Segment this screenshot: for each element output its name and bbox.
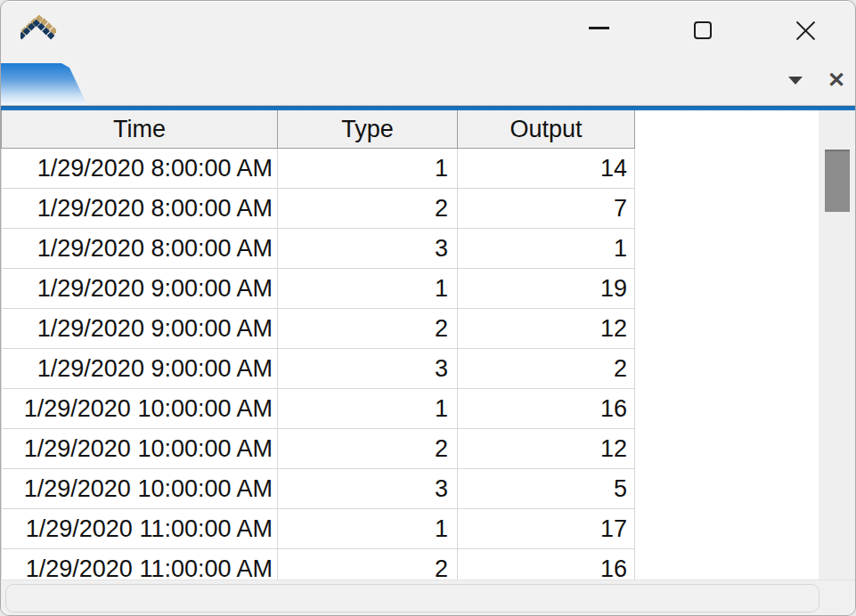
cell-time: 1/29/2020 10:00:00 AM — [2, 469, 278, 508]
cell-type: 3 — [278, 469, 458, 508]
grid-header-row: Time Type Output — [1, 110, 635, 149]
grid-content: Time Type Output 1/29/2020 8:00:00 AM 1 … — [1, 110, 855, 580]
cell-time: 1/29/2020 9:00:00 AM — [2, 349, 278, 388]
table-row[interactable]: 1/29/2020 10:00:00 AM 2 12 — [2, 429, 635, 469]
vertical-scrollbar[interactable] — [819, 110, 855, 580]
cell-type: 3 — [278, 229, 458, 268]
cell-output: 5 — [458, 469, 635, 508]
horizontal-scrollbar-thumb[interactable] — [5, 584, 819, 612]
tab-strip: ✕ — [1, 56, 855, 106]
cell-time: 1/29/2020 9:00:00 AM — [2, 309, 278, 348]
cell-time: 1/29/2020 10:00:00 AM — [2, 429, 278, 468]
cell-output: 19 — [458, 269, 635, 308]
cell-time: 1/29/2020 9:00:00 AM — [2, 269, 278, 308]
vertical-scrollbar-thumb[interactable] — [825, 150, 850, 212]
table-row[interactable]: 1/29/2020 10:00:00 AM 1 16 — [2, 389, 635, 429]
horizontal-scrollbar[interactable] — [1, 580, 855, 615]
tab-list-dropdown-icon[interactable] — [788, 77, 803, 85]
cell-time: 1/29/2020 11:00:00 AM — [2, 549, 278, 580]
cell-type: 2 — [278, 309, 458, 348]
data-grid: Time Type Output 1/29/2020 8:00:00 AM 1 … — [1, 110, 820, 580]
table-row[interactable]: 1/29/2020 8:00:00 AM 1 14 — [2, 149, 635, 189]
column-header-type[interactable]: Type — [278, 110, 458, 148]
cell-time: 1/29/2020 8:00:00 AM — [2, 189, 278, 228]
table-row[interactable]: 1/29/2020 10:00:00 AM 3 5 — [2, 469, 635, 509]
cell-type: 1 — [278, 269, 458, 308]
column-header-time[interactable]: Time — [2, 110, 278, 148]
tab-close-button[interactable]: ✕ — [827, 68, 845, 93]
cell-output: 14 — [458, 149, 635, 188]
cell-output: 16 — [458, 389, 635, 428]
cell-output: 12 — [458, 429, 635, 468]
cell-time: 1/29/2020 11:00:00 AM — [2, 509, 278, 548]
cell-type: 2 — [278, 189, 458, 228]
app-window: ✕ Time Type Output 1/29/2020 8:00:00 AM … — [0, 0, 856, 616]
maximize-button[interactable] — [694, 21, 712, 39]
cell-output: 1 — [458, 229, 635, 268]
active-document-tab[interactable] — [1, 63, 87, 105]
cell-time: 1/29/2020 8:00:00 AM — [2, 149, 278, 188]
table-row[interactable]: 1/29/2020 8:00:00 AM 2 7 — [2, 189, 635, 229]
cell-output: 2 — [458, 349, 635, 388]
cell-type: 2 — [278, 429, 458, 468]
cell-type: 1 — [278, 509, 458, 548]
table-row[interactable]: 1/29/2020 9:00:00 AM 2 12 — [2, 309, 635, 349]
cell-time: 1/29/2020 8:00:00 AM — [2, 229, 278, 268]
cell-type: 1 — [278, 389, 458, 428]
cell-type: 2 — [278, 549, 458, 580]
table-row[interactable]: 1/29/2020 9:00:00 AM 1 19 — [2, 269, 635, 309]
close-button[interactable] — [795, 20, 816, 41]
minimize-button[interactable] — [589, 27, 609, 29]
table-row[interactable]: 1/29/2020 11:00:00 AM 2 16 — [2, 549, 635, 580]
cell-output: 16 — [458, 549, 635, 580]
title-bar[interactable] — [1, 1, 855, 56]
app-logo-icon — [20, 12, 56, 43]
cell-output: 12 — [458, 309, 635, 348]
cell-output: 17 — [458, 509, 635, 548]
grid-body: 1/29/2020 8:00:00 AM 1 14 1/29/2020 8:00… — [1, 149, 635, 580]
cell-time: 1/29/2020 10:00:00 AM — [2, 389, 278, 428]
cell-type: 1 — [278, 149, 458, 188]
cell-output: 7 — [458, 189, 635, 228]
close-icon — [795, 20, 816, 41]
table-row[interactable]: 1/29/2020 9:00:00 AM 3 2 — [2, 349, 635, 389]
column-header-output[interactable]: Output — [458, 110, 635, 148]
cell-type: 3 — [278, 349, 458, 388]
table-row[interactable]: 1/29/2020 8:00:00 AM 3 1 — [2, 229, 635, 269]
table-row[interactable]: 1/29/2020 11:00:00 AM 1 17 — [2, 509, 635, 549]
